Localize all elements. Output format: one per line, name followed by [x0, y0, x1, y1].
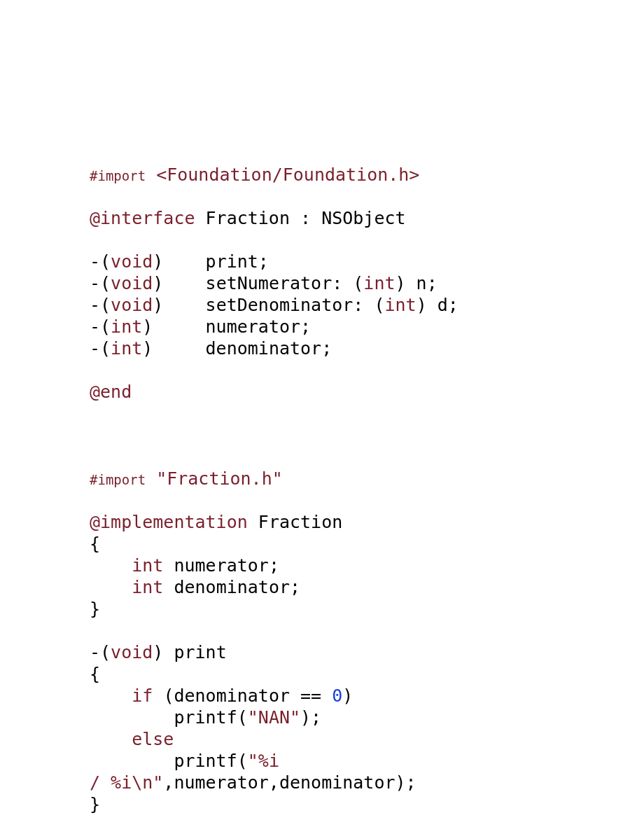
string-literal: / %i\n": [90, 772, 163, 793]
type: int: [384, 295, 416, 315]
code-block: #import <Foundation/Foundation.h> @inter…: [90, 164, 560, 815]
decl-text: ) denominator;: [142, 338, 332, 359]
punct: -(: [90, 642, 111, 662]
punct: -(: [90, 295, 111, 315]
keyword: else: [132, 729, 174, 749]
punct: -(: [90, 338, 111, 359]
keyword: @interface: [90, 208, 195, 228]
code-line: -(void) setDenominator: (int) d;: [90, 295, 458, 315]
decl-text: ) print: [153, 642, 226, 662]
code-line: #import <Foundation/Foundation.h>: [90, 165, 419, 185]
header-angle: <Foundation/Foundation.h>: [146, 165, 419, 185]
expr: (denominator ==: [153, 686, 332, 706]
code-line: int denominator;: [90, 577, 300, 597]
punct: -(: [90, 273, 111, 293]
code-line: {: [90, 534, 100, 554]
punct: -(: [90, 317, 111, 337]
code-line: }: [90, 794, 100, 814]
indent: [90, 729, 132, 749]
brace: {: [90, 664, 100, 684]
code-line: else: [90, 729, 174, 749]
type: int: [363, 273, 395, 293]
args: ,numerator,denominator);: [163, 772, 416, 793]
decl-text: ) setNumerator: (: [153, 273, 363, 293]
code-line: printf("NAN");: [90, 707, 321, 728]
decl-text: ) setDenominator: (: [153, 295, 384, 315]
brace: }: [90, 599, 100, 619]
code-line: -(void) setNumerator: (int) n;: [90, 273, 438, 293]
directive: #import: [90, 472, 146, 487]
ident: denominator;: [163, 577, 300, 597]
string-literal: "%i: [248, 751, 290, 771]
punct: );: [300, 707, 321, 728]
call: printf(: [90, 751, 248, 771]
code-line: #import "Fraction.h": [90, 468, 283, 489]
code-line: @interface Fraction : NSObject: [90, 208, 406, 228]
code-line: -(int) denominator;: [90, 338, 332, 359]
code-line: @implementation Fraction: [90, 512, 342, 532]
code-line: {: [90, 664, 100, 684]
type: void: [111, 642, 153, 662]
ident: numerator;: [163, 555, 279, 576]
indent: [90, 686, 132, 706]
brace: {: [90, 534, 100, 554]
header-quote: "Fraction.h": [146, 468, 283, 489]
brace: }: [90, 794, 100, 814]
code-line: int numerator;: [90, 555, 279, 576]
directive: #import: [90, 168, 146, 183]
decl-text: ) numerator;: [142, 317, 311, 337]
number-literal: 0: [332, 686, 342, 706]
code-line: @end: [90, 382, 132, 402]
keyword: @end: [90, 382, 132, 402]
decl-text: ) n;: [396, 273, 438, 293]
code-line: / %i\n",numerator,denominator);: [90, 772, 416, 793]
type: void: [111, 251, 153, 272]
code-line: -(int) numerator;: [90, 317, 311, 337]
code-line: }: [90, 599, 100, 619]
code-line: if (denominator == 0): [90, 686, 353, 706]
type: int: [132, 555, 163, 576]
code-line: -(void) print;: [90, 251, 269, 272]
type: int: [132, 577, 163, 597]
keyword: @implementation: [90, 512, 248, 532]
type: void: [111, 295, 153, 315]
string-literal: "NAN": [248, 707, 300, 728]
type: int: [111, 317, 142, 337]
indent: [90, 555, 132, 576]
type: void: [111, 273, 153, 293]
punct: -(: [90, 251, 111, 272]
decl-text: Fraction : NSObject: [195, 208, 406, 228]
keyword: if: [132, 686, 153, 706]
code-line: printf("%i: [90, 751, 290, 771]
decl-text: ) print;: [153, 251, 269, 272]
decl-text: ) d;: [416, 295, 458, 315]
punct: ): [342, 686, 353, 706]
type: int: [111, 338, 142, 359]
indent: [90, 577, 132, 597]
decl-text: Fraction: [248, 512, 342, 532]
code-line: -(void) print: [90, 642, 227, 662]
call: printf(: [90, 707, 248, 728]
